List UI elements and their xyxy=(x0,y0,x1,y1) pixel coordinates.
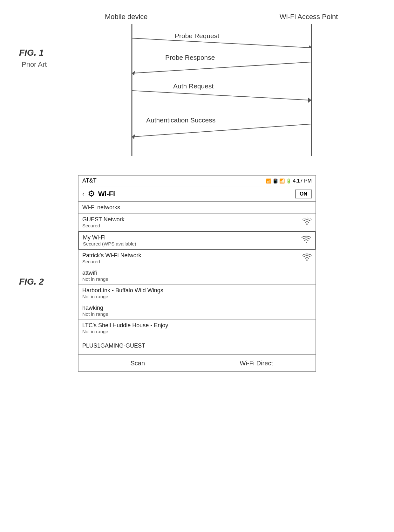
network-name-6: LTC's Shell Huddle House - Enjoy xyxy=(82,322,168,329)
network-item-0[interactable]: GUEST Network Secured xyxy=(78,214,316,231)
network-name-2: Patrick's Wi-Fi Network xyxy=(82,252,141,259)
fig1-diagram: FIG. 1 Prior Art Mobile device Wi-Fi Acc… xyxy=(0,6,394,159)
wifi-toggle[interactable]: ON xyxy=(295,190,312,198)
status-icons: 📶 📳 📶 🔋 4:17 PM xyxy=(266,178,312,184)
svg-point-15 xyxy=(306,242,307,243)
network-item-2[interactable]: Patrick's Wi-Fi Network Secured xyxy=(78,250,316,267)
svg-text:Probe Response: Probe Response xyxy=(165,54,215,61)
network-status-4: Not in range xyxy=(82,294,163,299)
wifi-networks-section: Wi-Fi networks xyxy=(78,202,316,214)
network-item-7[interactable]: PLUS1GAMING-GUEST xyxy=(78,337,316,355)
network-status-6: Not in range xyxy=(82,329,168,334)
network-item-3[interactable]: attwifi Not in range xyxy=(78,267,316,285)
svg-line-11 xyxy=(133,124,311,137)
network-item-6[interactable]: LTC's Shell Huddle House - Enjoy Not in … xyxy=(78,320,316,337)
network-name-5: hawking xyxy=(82,305,108,311)
wifi-direct-button[interactable]: Wi-Fi Direct xyxy=(197,355,316,371)
wifi-signal-icon-0 xyxy=(302,218,312,227)
network-status-3: Not in range xyxy=(82,276,108,282)
network-name-1: My Wi-Fi xyxy=(83,234,136,241)
svg-line-2 xyxy=(132,38,310,48)
svg-point-16 xyxy=(306,259,308,261)
time-label: 4:17 PM xyxy=(293,178,312,184)
signal-icon2: 📳 xyxy=(273,178,278,183)
back-button[interactable]: ‹ xyxy=(82,190,85,197)
sequence-diagram-svg: Probe Request Probe Response Auth Reques… xyxy=(0,6,394,159)
network-status-0: Secured xyxy=(82,223,125,228)
network-item-4[interactable]: HarborLink - Buffalo Wild Wings Not in r… xyxy=(78,285,316,302)
fig2-area: FIG. 2 AT&T 📶 📳 📶 🔋 4:17 PM ‹ ⚙ Wi-Fi ON… xyxy=(0,169,394,525)
network-name-4: HarborLink - Buffalo Wild Wings xyxy=(82,287,163,294)
signal-icon3: 📶 xyxy=(279,178,285,183)
carrier-label: AT&T xyxy=(82,177,97,184)
battery-icon: 🔋 xyxy=(286,178,291,183)
network-status-2: Secured xyxy=(82,259,141,264)
wifi-title: Wi-Fi xyxy=(98,190,115,198)
svg-text:Probe Request: Probe Request xyxy=(175,32,219,39)
svg-text:Auth Request: Auth Request xyxy=(173,82,214,90)
network-item-5[interactable]: hawking Not in range xyxy=(78,302,316,320)
network-name-0: GUEST Network xyxy=(82,216,125,223)
wifi-signal-icon-1 xyxy=(302,236,311,245)
fig2-label: FIG. 2 xyxy=(19,277,44,287)
network-name-7: PLUS1GAMING-GUEST xyxy=(82,342,145,349)
network-status-1: Secured (WPS available) xyxy=(83,241,136,246)
scan-button[interactable]: Scan xyxy=(78,355,197,371)
network-name-3: attwifi xyxy=(82,270,108,276)
svg-line-8 xyxy=(132,91,310,100)
wifi-header-row: ‹ ⚙ Wi-Fi ON xyxy=(78,186,316,202)
svg-point-14 xyxy=(306,224,308,225)
wifi-signal-icon-2 xyxy=(302,253,312,263)
signal-icon1: 📶 xyxy=(266,178,271,183)
network-item-1[interactable]: My Wi-Fi Secured (WPS available) xyxy=(78,231,316,250)
svg-line-5 xyxy=(133,62,311,73)
status-bar: AT&T 📶 📳 📶 🔋 4:17 PM xyxy=(78,176,316,186)
settings-icon: ⚙ xyxy=(88,189,95,199)
svg-text:Authentication Success: Authentication Success xyxy=(146,116,215,124)
bottom-buttons: Scan Wi-Fi Direct xyxy=(78,355,316,371)
network-status-5: Not in range xyxy=(82,311,108,317)
phone-frame: AT&T 📶 📳 📶 🔋 4:17 PM ‹ ⚙ Wi-Fi ON Wi-Fi … xyxy=(78,175,316,372)
